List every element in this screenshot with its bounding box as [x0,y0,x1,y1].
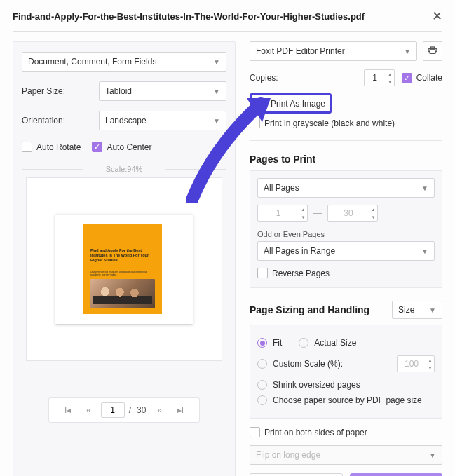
chevron-down-icon: ▼ [213,117,220,125]
left-panel: Document, Comment, Form Fields ▼ Paper S… [13,41,236,476]
shrink-label: Shrink oversized pages [273,380,360,390]
chevron-down-icon: ▼ [213,58,220,66]
reverse-pages-checkbox[interactable]: Reverse Pages [257,268,330,278]
print-as-image-checkbox[interactable]: ✓ Print As Image [256,98,325,109]
page-preview: Find and Apply For the Best Institutes I… [26,177,222,361]
copies-input[interactable]: 1 ▲▼ [364,69,395,86]
page-from-input[interactable]: 1 ▲▼ [257,205,308,222]
checkbox-icon [22,142,32,152]
auto-center-checkbox[interactable]: ✓ Auto Center [92,142,151,152]
actual-size-label: Actual Size [314,338,356,348]
checkbox-icon: ✓ [92,142,102,152]
flip-value: Flip on long edge [256,450,320,460]
paper-source-radio[interactable]: Choose paper source by PDF page size [257,395,435,405]
checkbox-icon [257,268,268,278]
collate-label: Collate [416,73,442,83]
next-page-button[interactable]: » [150,402,168,418]
collate-checkbox[interactable]: ✓ Collate [402,73,442,83]
spin-down-icon[interactable]: ▼ [426,364,434,372]
custom-scale-input[interactable]: 100 ▲▼ [397,355,435,372]
copies-label: Copies: [250,73,357,83]
print-content-value: Document, Comment, Form Fields [28,57,156,67]
chevron-down-icon: ▼ [213,88,220,95]
print-as-image-label: Print As Image [271,99,325,109]
checkbox-icon [250,118,260,128]
printer-select[interactable]: Foxit PDF Editor Printer ▼ [250,41,417,61]
reverse-pages-label: Reverse Pages [272,268,330,278]
grayscale-checkbox[interactable]: Print in grayscale (black and white) [250,118,395,128]
flip-select: Flip on long edge ▼ [250,445,442,465]
custom-scale-label: Custom Scale (%): [273,359,343,369]
print-button[interactable]: Print [350,473,443,476]
paper-source-label: Choose paper source by PDF page size [273,395,422,405]
radio-icon [257,395,267,405]
auto-rotate-checkbox[interactable]: Auto Rotate [22,142,81,152]
preview-page: Find and Apply For the Best Institutes I… [55,215,193,324]
chevron-down-icon: ▼ [429,306,436,314]
window-title: Find-and-Apply-For-the-Best-Institutes-I… [13,11,365,22]
paper-size-value: Tabloid [105,86,132,96]
radio-icon [299,338,308,348]
custom-scale-radio[interactable]: Custom Scale (%): [257,359,343,369]
checkbox-icon: ✓ [402,73,412,83]
checkbox-icon: ✓ [256,98,266,109]
svg-rect-0 [430,50,435,53]
odd-even-label: Odd or Even Pages [257,230,435,238]
spin-up-icon[interactable]: ▲ [369,205,377,213]
spin-down-icon[interactable]: ▼ [386,78,394,86]
copies-value: 1 [365,73,386,83]
odd-even-select[interactable]: All Pages in Range ▼ [257,241,435,261]
grayscale-label: Print in grayscale (black and white) [264,118,395,128]
svg-rect-1 [430,47,434,49]
chevron-down-icon: ▼ [421,184,428,192]
sizing-heading: Page Sizing and Handling [250,304,369,315]
chevron-down-icon: ▼ [421,247,428,255]
spin-up-icon[interactable]: ▲ [386,70,394,78]
orientation-select[interactable]: Landscape ▼ [99,111,226,130]
printer-value: Foxit PDF Editor Printer [256,46,345,56]
page-to-input[interactable]: 30 ▲▼ [327,205,378,222]
radio-icon [257,359,267,369]
page-number-input[interactable] [101,402,125,418]
printer-properties-button[interactable] [423,41,442,61]
page-to-value: 30 [328,208,369,218]
prev-page-button[interactable]: « [80,402,98,418]
right-panel: Foxit PDF Editor Printer ▼ Copies: 1 ▲▼ … [250,41,442,476]
scale-label: Scale:94% [22,165,226,173]
chevron-down-icon: ▼ [404,48,411,55]
spin-down-icon[interactable]: ▼ [299,213,307,221]
first-page-button[interactable]: I◂ [59,402,77,418]
titlebar: Find-and-Apply-For-the-Best-Institutes-I… [13,8,442,32]
checkbox-icon [250,427,260,437]
pages-select[interactable]: All Pages ▼ [257,178,435,198]
actual-size-radio[interactable]: Actual Size [299,338,356,348]
spin-up-icon[interactable]: ▲ [299,205,307,213]
range-dash: — [313,208,322,218]
print-content-select[interactable]: Document, Comment, Form Fields ▼ [22,52,226,72]
last-page-button[interactable]: ▸I [171,402,189,418]
fit-label: Fit [273,338,282,348]
page-total: 30 [137,405,146,415]
chevron-down-icon: ▼ [429,451,436,459]
page-from-value: 1 [258,208,299,218]
handling-mode-select[interactable]: Size ▼ [392,301,442,319]
radio-icon [257,338,267,348]
paper-size-label: Paper Size: [22,86,99,96]
pager: I◂ « / 30 » ▸I [48,397,200,423]
paper-size-select[interactable]: Tabloid ▼ [99,81,226,101]
pages-value: All Pages [264,183,299,193]
duplex-label: Print on both sides of paper [264,428,367,437]
fit-radio[interactable]: Fit [257,338,282,348]
cancel-button[interactable]: Cancel [250,473,343,476]
spin-up-icon[interactable]: ▲ [426,356,434,364]
orientation-label: Orientation: [22,116,99,125]
custom-scale-value: 100 [398,359,426,369]
printer-icon [427,46,438,57]
spin-down-icon[interactable]: ▼ [369,213,377,221]
odd-even-value: All Pages in Range [264,246,335,256]
duplex-checkbox[interactable]: Print on both sides of paper [250,427,367,437]
preview-image [90,279,155,308]
shrink-radio[interactable]: Shrink oversized pages [257,380,435,390]
close-icon[interactable]: ✕ [432,8,442,24]
preview-headline: Find and Apply For the Best Institutes I… [90,248,155,263]
